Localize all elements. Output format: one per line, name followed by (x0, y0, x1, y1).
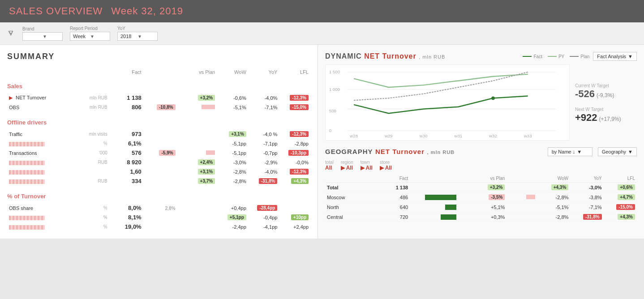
geo-bar (425, 195, 456, 200)
table-row: ▶ NET Turnover mln RUB 1 138 +3,2% -0,6%… (7, 93, 310, 103)
geography-table: Fact vs Plan WoW YoY LFL Total 1 138 +3,… (325, 175, 637, 222)
legend-fact: Fact (523, 54, 542, 59)
header-title: SALES OVERVIEW (9, 5, 103, 17)
current-w-label: Current W Target (575, 83, 637, 88)
svg-text:1 500: 1 500 (329, 69, 340, 74)
redacted-bar (9, 216, 45, 220)
svg-text:w33: w33 (524, 133, 532, 138)
chart-area: 1 500 1 000 500 0 w28 w29 w30 w31 w32 w3… (325, 64, 570, 142)
chart-legend: Fact PY Plan (523, 54, 589, 59)
svg-text:w32: w32 (489, 133, 497, 138)
report-period-filter-group: Report Period Week ▼ (70, 26, 110, 41)
geo-filter-region: region ▶ All (341, 160, 353, 171)
svg-text:w28: w28 (349, 133, 358, 138)
py-line-icon (548, 56, 557, 57)
svg-text:w30: w30 (419, 133, 428, 138)
fact-analysis-dropdown[interactable]: Fact Analysis ▼ (593, 52, 637, 61)
row-arrow-icon: ▶ (9, 95, 13, 100)
geo-filter-store: store ▶ All (380, 160, 392, 171)
yoy-arrow-icon: ▼ (137, 34, 155, 39)
table-row: OBS share % 8,0% 2,8% +0,4pp -28,4pp (7, 203, 310, 213)
svg-point-14 (491, 96, 495, 100)
table-row: % 8,1% +5,1pp -0,4pp +10pp (7, 213, 310, 222)
redacted-bar (9, 142, 45, 146)
redacted-bar (9, 161, 45, 165)
main-content: SUMMARY Fact vs Plan WoW YoY LFL Sales (0, 45, 644, 239)
vs-plan-badge: +3,2% (198, 95, 215, 101)
svg-text:500: 500 (329, 108, 337, 113)
turnover-table: OBS share % 8,0% 2,8% +0,4pp -28,4pp % 8… (7, 203, 310, 231)
svg-text:1 000: 1 000 (329, 87, 340, 92)
geo-title: GEOGRAPHY NET Turnover , mln RUB (325, 148, 455, 156)
dropdown-arrow-icon: ▼ (628, 54, 633, 59)
brand-filter-group: Brand ▼ (22, 26, 63, 41)
dynamic-title: DYNAMIC NET Turnover , mln RUB (325, 52, 445, 60)
table-row: Total 1 138 +3,2% +4,3% -3,0% +0,6% (325, 183, 637, 192)
current-w-value: -526 (575, 88, 595, 100)
svg-text:0: 0 (329, 128, 332, 133)
svg-text:w29: w29 (384, 133, 393, 138)
table-row: Moscow 486 -3,5% -2,8% -3,8% +4,7% (325, 192, 637, 202)
filter-icon: ⛛ (7, 29, 15, 38)
summary-panel: SUMMARY Fact vs Plan WoW YoY LFL Sales (0, 45, 318, 239)
brand-label: Brand (22, 26, 63, 31)
table-row: Traffic mln visits 973 +3,1% -4,0 % -12,… (7, 129, 310, 139)
geo-filters: total All region ▶ All town ▶ All store (325, 160, 637, 171)
turnover-title: % of Turnover (7, 193, 310, 200)
sales-table: ▶ NET Turnover mln RUB 1 138 +3,2% -0,6%… (7, 93, 310, 112)
yoy-label: YoY (117, 26, 158, 31)
yoy-filter-group: YoY 2018 ▼ (117, 26, 158, 41)
chart-targets: Current W Target -526 (-9,3%) Next W Tar… (570, 64, 637, 142)
plan-line-icon (570, 56, 579, 57)
redacted-bar (9, 225, 45, 230)
next-w-value: +922 (575, 112, 597, 124)
next-w-label: Next W Target (575, 107, 637, 112)
chart-wrapper: 1 500 1 000 500 0 w28 w29 w30 w31 w32 w3… (325, 64, 637, 142)
dynamic-header: DYNAMIC NET Turnover , mln RUB Fact PY P… (325, 52, 637, 61)
page-header: SALES OVERVIEW Week 32, 2019 (0, 0, 644, 22)
legend-py: PY (548, 54, 564, 59)
next-w-pct: (+17,9%) (599, 116, 621, 122)
sales-title: Sales (7, 83, 310, 90)
header-week: Week 32, 2019 (111, 5, 183, 17)
fact-line-icon (523, 56, 532, 57)
table-row: OBS mln RUB 806 -10,8% -5,1% -7,1% -15,0… (7, 103, 310, 112)
lfl-badge: -12,3% (290, 95, 309, 101)
turnover-chart: 1 500 1 000 500 0 w28 w29 w30 w31 w32 w3… (325, 64, 570, 141)
table-row: % 19,0% -2,4pp -4,1pp +2,4pp (7, 222, 310, 231)
table-row: 1,60 +3,1% -2,8% -4,0% -12,3% (7, 167, 310, 176)
sort-dropdown[interactable]: by Name ↓ ▼ (548, 147, 592, 156)
right-panel: DYNAMIC NET Turnover , mln RUB Fact PY P… (318, 45, 644, 239)
geography-header: GEOGRAPHY NET Turnover , mln RUB by Name… (325, 147, 637, 156)
sort-arrow-icon: ▼ (577, 149, 582, 154)
current-w-pct: (-9,3%) (597, 92, 614, 98)
table-row: Central 720 +0,3% -2,8% -31,8% +4,3% (325, 212, 637, 222)
geo-table-header: Fact vs Plan WoW YoY LFL (325, 175, 637, 183)
table-row: % 6,1% -5,1pp -7,1pp -2,8pp (7, 139, 310, 148)
filter-bar: ⛛ Brand ▼ Report Period Week ▼ YoY 2018 … (0, 22, 644, 45)
redacted-bar (9, 170, 45, 175)
geo-filter-total: total All (325, 160, 334, 171)
legend-plan: Plan (570, 54, 589, 59)
geo-filter-town: town ▶ All (361, 160, 373, 171)
svg-text:w31: w31 (454, 133, 462, 138)
neg-badge: -10,8% (157, 104, 176, 110)
table-row: RUB 8 920 +2,4% -3,0% -2,9% -0,0% (7, 158, 310, 167)
report-period-select[interactable]: Week ▼ (70, 32, 110, 41)
offline-table: Traffic mln visits 973 +3,1% -4,0 % -12,… (7, 129, 310, 186)
yoy-select[interactable]: 2018 ▼ (117, 32, 158, 41)
geography-dropdown[interactable]: Geography ▼ (598, 147, 637, 156)
offline-title: Offline drivers (7, 119, 310, 126)
summary-title: SUMMARY (7, 52, 310, 61)
summary-table: Fact vs Plan WoW YoY LFL (7, 68, 310, 76)
yoy-value: 2018 (120, 34, 137, 39)
brand-select[interactable]: ▼ (22, 32, 63, 41)
report-period-arrow-icon: ▼ (90, 34, 107, 39)
geo-bar (441, 214, 456, 220)
table-row: RUB 334 +3,7% -2,8% -31,8% +4,3% (7, 176, 310, 186)
table-row: North 640 +5,1% -5,1% -7,1% -15,0% (325, 202, 637, 212)
geo-bar (445, 205, 456, 210)
redacted-bar (9, 179, 45, 184)
geo-arrow-icon: ▼ (628, 149, 633, 154)
report-period-label: Report Period (70, 26, 110, 31)
